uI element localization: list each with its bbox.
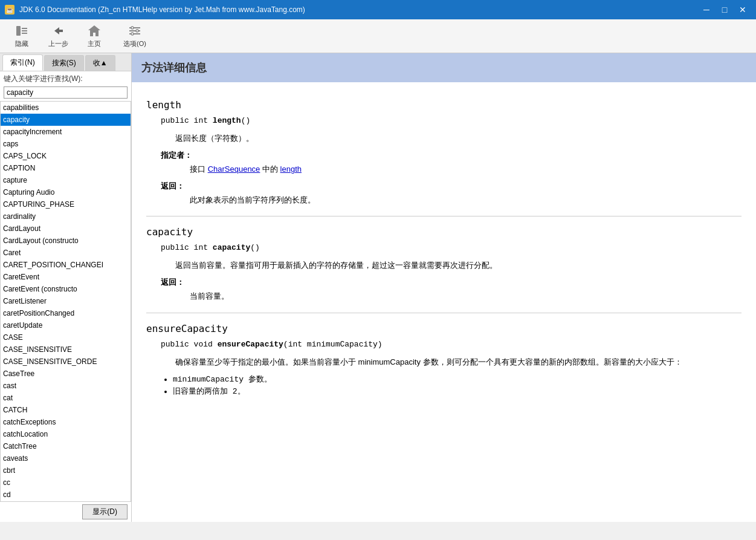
svg-marker-6 (88, 25, 100, 36)
method-title-ensure: ensureCapacity (146, 323, 741, 335)
show-button[interactable]: 显示(D) (82, 504, 128, 519)
list-item[interactable]: caretUpdate (1, 319, 131, 331)
method-signature-capacity: public int capacity() (161, 243, 741, 252)
returns-label-length: 返回： (161, 181, 741, 192)
list-item[interactable]: cardinality (1, 210, 131, 223)
list-item[interactable]: catchExceptions (1, 416, 131, 428)
list-item[interactable]: CAPS_LOCK (1, 150, 131, 162)
list-item[interactable]: CaretEvent (1, 271, 131, 283)
divider-2 (146, 313, 741, 313)
list-item[interactable]: capacity (1, 114, 131, 126)
title-bar: ☕ JDK 6.0 Documentation (Zh_cn HTMLHelp … (0, 0, 756, 19)
list-item[interactable]: capture (1, 174, 131, 186)
bullet-item: 旧容量的两倍加 2。 (173, 386, 741, 397)
specified-by-label: 指定者： (161, 150, 741, 161)
content-area: 方法详细信息 length public int length() 返回长度（字… (132, 53, 756, 404)
list-item[interactable]: cc (1, 477, 131, 489)
title-bar-text: JDK 6.0 Documentation (Zh_cn HTMLHelp ve… (19, 5, 693, 14)
options-button[interactable]: 选项(O) (114, 22, 156, 51)
home-button[interactable]: 主页 (77, 22, 111, 51)
list-item[interactable]: CASE_INSENSITIVE_ORDE (1, 356, 131, 368)
method-title-length: length (146, 99, 741, 111)
specified-by-content: 接口 CharSequence 中的 length (190, 163, 741, 176)
returns-label-capacity: 返回： (161, 277, 741, 288)
method-description-capacity: 返回当前容量。容量指可用于最新插入的字符的存储量，超过这一容量就需要再次进行分配… (175, 259, 741, 272)
length-link[interactable]: length (280, 164, 302, 174)
list-item[interactable]: CARET_POSITION_CHANGEI (1, 259, 131, 271)
content-body: length public int length() 返回长度（字符数）。 指定… (132, 87, 756, 404)
list-item[interactable]: cbrt (1, 464, 131, 477)
list-item[interactable]: CaseTree (1, 368, 131, 380)
maximize-button[interactable]: □ (716, 2, 733, 17)
returns-content-capacity: 当前容量。 (190, 290, 741, 303)
left-panel: 索引(N) 搜索(S) 收▲ 键入关键字进行查找(W): capabilitie… (0, 53, 132, 522)
list-item[interactable]: CardLayout (constructo (1, 235, 131, 247)
list-item[interactable]: CATCH (1, 404, 131, 416)
returns-content-length: 此对象表示的当前字符序列的长度。 (190, 194, 741, 207)
method-description-ensure: 确保容量至少等于指定的最小值。如果当前容量小于 minimumCapacity … (175, 356, 741, 369)
back-button[interactable]: 上一步 (41, 22, 75, 51)
list-item[interactable]: CASE_INSENSITIVE (1, 343, 131, 356)
list-item[interactable]: CaretListener (1, 295, 131, 307)
title-bar-controls: ─ □ ✕ (698, 2, 751, 17)
tab-search[interactable]: 搜索(S) (44, 55, 84, 71)
hide-icon (15, 24, 29, 38)
section-header: 方法详细信息 (132, 53, 756, 82)
list-item[interactable]: cast (1, 380, 131, 392)
keyword-list[interactable]: capabilities capacity capacityIncrement … (0, 101, 131, 502)
search-input[interactable] (4, 86, 128, 99)
svg-rect-0 (16, 26, 21, 36)
hide-button[interactable]: 隐藏 (5, 22, 39, 51)
method-signature-length: public int length() (161, 116, 741, 125)
list-item[interactable]: CatchTree (1, 440, 131, 452)
back-label: 上一步 (48, 39, 68, 48)
main-layout: 索引(N) 搜索(S) 收▲ 键入关键字进行查找(W): capabilitie… (0, 53, 756, 522)
signature-prefix: public int (161, 116, 213, 125)
list-item[interactable]: CASE (1, 331, 131, 343)
list-item[interactable]: Caret (1, 247, 131, 259)
method-description-length: 返回长度（字符数）。 (175, 132, 741, 145)
tab-index[interactable]: 索引(N) (2, 54, 43, 71)
options-label: 选项(O) (123, 39, 146, 48)
svg-point-10 (131, 27, 134, 29)
list-item[interactable]: CardLayout (1, 223, 131, 235)
charsequence-link[interactable]: CharSequence (208, 164, 260, 174)
home-label: 主页 (88, 39, 101, 48)
list-item[interactable]: cd (1, 489, 131, 501)
tab-favorites[interactable]: 收▲ (85, 55, 115, 71)
list-item[interactable]: Capturing Audio (1, 186, 131, 198)
options-icon (128, 24, 142, 38)
app-icon: ☕ (5, 5, 15, 15)
list-item[interactable]: caveats (1, 452, 131, 464)
svg-rect-1 (22, 28, 27, 29)
svg-rect-5 (59, 30, 63, 32)
svg-rect-3 (22, 33, 27, 34)
svg-point-12 (131, 33, 134, 35)
svg-marker-4 (54, 27, 59, 34)
list-item[interactable]: capabilities (1, 102, 131, 114)
svg-point-11 (136, 30, 138, 32)
list-item[interactable]: caretPositionChanged (1, 307, 131, 319)
ensure-bullet-list: minimumCapacity 参数。 旧容量的两倍加 2。 (161, 374, 741, 397)
method-signature-ensure: public void ensureCapacity(int minimumCa… (161, 340, 741, 349)
list-item[interactable]: cat (1, 392, 131, 404)
close-button[interactable]: ✕ (734, 2, 751, 17)
list-item[interactable]: CAPTION (1, 162, 131, 174)
bullet-item: minimumCapacity 参数。 (173, 374, 741, 385)
minimize-button[interactable]: ─ (698, 2, 715, 17)
svg-rect-2 (22, 30, 27, 31)
home-icon (87, 24, 102, 38)
search-label: 键入关键字进行查找(W): (0, 71, 131, 85)
tab-bar: 索引(N) 搜索(S) 收▲ (0, 53, 131, 71)
list-item[interactable]: CaretEvent (constructo (1, 283, 131, 295)
divider-1 (146, 216, 741, 216)
list-item[interactable]: capacityIncrement (1, 126, 131, 138)
back-icon (51, 24, 65, 38)
show-btn-bar: 显示(D) (0, 502, 131, 522)
list-item[interactable]: caps (1, 138, 131, 150)
toolbar: 隐藏 上一步 主页 选项(O) (0, 19, 756, 53)
method-title-capacity: capacity (146, 226, 741, 238)
list-item[interactable]: catchLocation (1, 428, 131, 440)
right-panel: 方法详细信息 length public int length() 返回长度（字… (132, 53, 756, 522)
list-item[interactable]: CAPTURING_PHASE (1, 198, 131, 210)
